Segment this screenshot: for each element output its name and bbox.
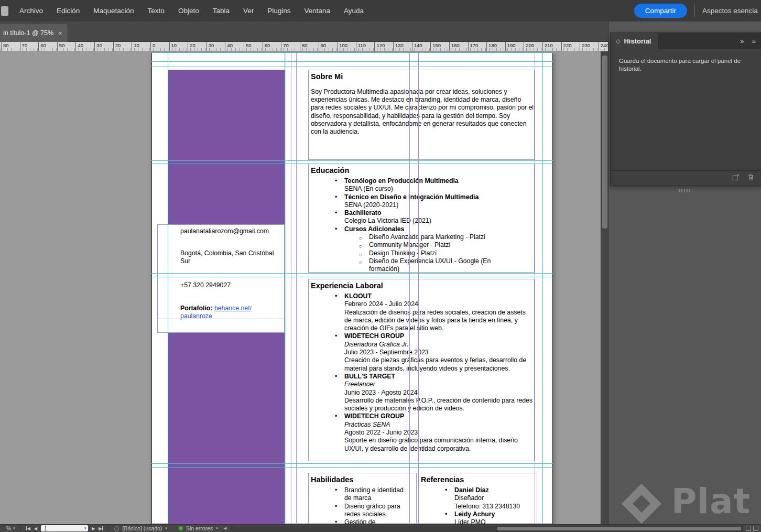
bullet-icon: • xyxy=(335,332,337,340)
guide-vertical[interactable] xyxy=(535,52,535,523)
zoom-control[interactable]: % ▾ xyxy=(0,525,20,531)
contact-text-frame[interactable]: paulanataliarozom@gmail.com Bogotá, Colo… xyxy=(157,224,285,333)
horizontal-ruler[interactable]: 8070605040302010010203040506070809010011… xyxy=(0,42,608,51)
chevron-down-icon[interactable]: ▾ xyxy=(216,526,218,530)
next-page-button[interactable]: ▶ xyxy=(92,526,95,531)
menu-objeto[interactable]: Objeto xyxy=(171,3,206,19)
workspace-switcher[interactable]: Aspectos esencia xyxy=(702,7,761,15)
guide-vertical[interactable] xyxy=(168,52,168,523)
guide-horizontal[interactable] xyxy=(151,273,553,274)
experience-role: Prácticas SENA xyxy=(309,421,534,429)
preflight-profile-control[interactable]: [Básico] (usado) ▾ xyxy=(108,525,172,531)
references-heading: Referencias xyxy=(419,473,537,484)
portfolio-link[interactable]: behance.net/ xyxy=(214,305,252,312)
guide-vertical[interactable] xyxy=(409,52,410,523)
scroll-left-icon[interactable]: ◀ xyxy=(224,526,226,530)
guide-vertical[interactable] xyxy=(291,52,291,523)
collapse-panel-icon[interactable]: » xyxy=(740,37,744,45)
panel-resize-grip[interactable] xyxy=(679,189,692,192)
vertical-scrollbar-thumb[interactable] xyxy=(602,56,607,229)
guide-vertical[interactable] xyxy=(286,52,286,523)
chevron-down-icon[interactable]: ▾ xyxy=(165,526,167,530)
new-snapshot-icon[interactable] xyxy=(732,173,740,183)
ruler-tick: 220 xyxy=(561,42,580,51)
references-text-frame[interactable]: Referencias •Daniel Díaz Diseñador Teléf… xyxy=(418,473,537,524)
menu-plugins[interactable]: Plugins xyxy=(260,3,297,19)
panel-toggle-icon[interactable] xyxy=(753,526,758,531)
zoom-value: % xyxy=(6,525,11,531)
experience-description: Soporte en diseño gráfico para comunicac… xyxy=(309,437,534,453)
ruler-tick: 10 xyxy=(132,42,150,51)
experience-list: •KLOOUT Febrero 2024 - Julio 2024 Realiz… xyxy=(309,290,534,453)
document-tab[interactable]: in título-1 @ 75% × xyxy=(0,24,68,42)
experience-dates: Febrero 2024 - Julio 2024 xyxy=(309,300,534,308)
horizontal-scrollbar[interactable] xyxy=(231,526,743,531)
ruler-tick: 50 xyxy=(57,42,76,51)
list-item: •Tecnólogo en Producción Multimedia xyxy=(309,177,534,185)
ruler-tick: 230 xyxy=(580,42,599,51)
chevron-down-icon[interactable]: ▾ xyxy=(82,526,86,530)
guide-horizontal[interactable] xyxy=(151,61,553,62)
guide-vertical[interactable] xyxy=(418,52,419,523)
menu-edicion[interactable]: Edición xyxy=(50,3,86,19)
list-item: •Cursos Adicionales xyxy=(309,225,534,233)
menu-ventana[interactable]: Ventana xyxy=(298,3,338,19)
guide-horizontal[interactable] xyxy=(151,277,553,277)
history-panel-header: ◇ Historial » ≡ xyxy=(611,33,761,49)
vertical-scrollbar[interactable] xyxy=(601,51,608,524)
contact-phone: +57 320 2949027 xyxy=(180,281,285,289)
menu-tabla[interactable]: Tabla xyxy=(206,3,236,19)
ruler-tick: 10 xyxy=(169,42,188,51)
menu-bar: Archivo Edición Maquetación Texto Objeto… xyxy=(0,0,761,21)
previous-page-button[interactable]: ◀ xyxy=(34,526,37,531)
menu-ver[interactable]: Ver xyxy=(236,3,260,19)
divider xyxy=(694,5,695,17)
experience-text-frame[interactable]: Experiencia Laboral •KLOOUT Febrero 2024… xyxy=(308,279,535,461)
guide-vertical[interactable] xyxy=(542,52,543,523)
ruler-tick: 60 xyxy=(263,42,281,51)
about-text-frame[interactable]: Sobre Mi Soy Productora Multimedia apasi… xyxy=(308,70,535,160)
guide-vertical[interactable] xyxy=(285,52,285,523)
bullet-icon: • xyxy=(445,486,447,494)
education-text-frame[interactable]: Educación •Tecnólogo en Producción Multi… xyxy=(308,164,535,273)
preflight-icon xyxy=(114,526,119,531)
guide-horizontal[interactable] xyxy=(151,52,553,53)
chevron-down-icon[interactable]: ▾ xyxy=(13,526,15,530)
ruler-tick: 40 xyxy=(225,42,244,51)
menu-texto[interactable]: Texto xyxy=(141,3,171,19)
delete-icon[interactable] xyxy=(747,173,755,183)
guide-horizontal[interactable] xyxy=(151,164,553,164)
page-navigation: ◀ ◀ 1 ▾ ▶ ▶ xyxy=(21,525,108,531)
ruler-tick: 190 xyxy=(505,42,524,51)
page-number-field[interactable]: 1 ▾ xyxy=(41,525,88,531)
guide-horizontal[interactable] xyxy=(151,467,553,468)
ruler-tick: 240 xyxy=(599,42,608,51)
pasteboard[interactable]: paulanataliarozom@gmail.com Bogotá, Colo… xyxy=(0,51,608,524)
document-tab-title: in título-1 @ 75% xyxy=(3,29,53,37)
bullet-icon: • xyxy=(335,412,337,420)
preflight-profile-label: [Básico] (usado) xyxy=(122,525,162,531)
first-page-button[interactable]: ◀ xyxy=(26,526,30,531)
ruler-tick: 130 xyxy=(393,42,412,51)
guide-horizontal[interactable] xyxy=(151,463,553,464)
reference-role: Diseñador xyxy=(419,494,537,502)
horizontal-scrollbar-thumb[interactable] xyxy=(497,527,741,530)
ruler-tick: 0 xyxy=(150,42,169,51)
guide-horizontal[interactable] xyxy=(151,160,553,161)
menu-maquetacion[interactable]: Maquetación xyxy=(86,3,140,19)
menu-ayuda[interactable]: Ayuda xyxy=(337,3,371,19)
preflight-status-control[interactable]: Sin errores ▾ xyxy=(173,525,224,531)
skills-text-frame[interactable]: Habilidades •Branding e identidad de mar… xyxy=(308,473,417,524)
panel-menu-icon[interactable]: ≡ xyxy=(752,37,756,45)
guide-vertical[interactable] xyxy=(296,52,297,523)
close-icon[interactable]: × xyxy=(58,29,62,37)
history-panel-tab[interactable]: ◇ Historial xyxy=(611,33,659,49)
ruler-tick: 100 xyxy=(337,42,356,51)
share-button[interactable]: Compartir xyxy=(634,4,687,18)
panel-toggle-icon[interactable] xyxy=(746,526,751,531)
about-heading: Sobre Mi xyxy=(309,70,534,81)
list-item-detail: SENA (2020-2021) xyxy=(309,201,534,209)
guide-horizontal[interactable] xyxy=(151,67,553,67)
menu-archivo[interactable]: Archivo xyxy=(13,3,50,19)
last-page-button[interactable]: ▶ xyxy=(99,526,103,531)
